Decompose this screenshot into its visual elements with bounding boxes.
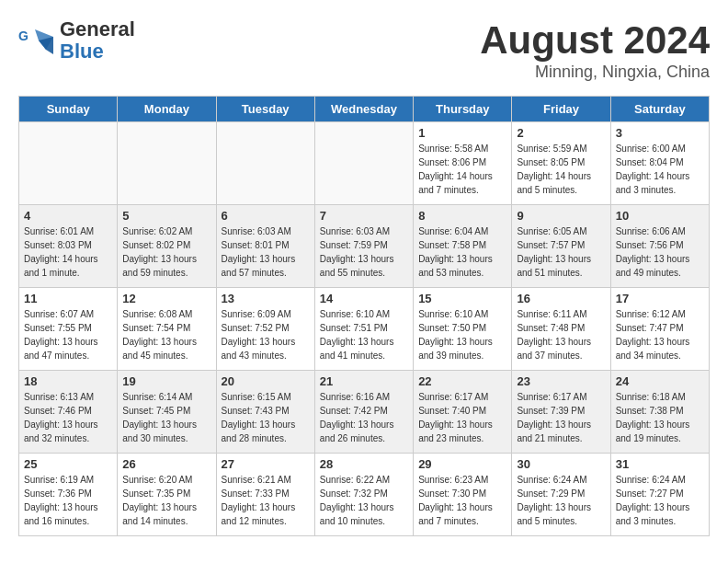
day-number: 17	[616, 292, 704, 305]
calendar-week-3: 11Sunrise: 6:07 AM Sunset: 7:55 PM Dayli…	[19, 288, 710, 371]
cell-info: Sunrise: 6:07 AM Sunset: 7:55 PM Dayligh…	[24, 307, 112, 362]
day-header-wednesday: Wednesday	[314, 97, 413, 122]
calendar-cell	[216, 122, 314, 205]
calendar-cell: 14Sunrise: 6:10 AM Sunset: 7:51 PM Dayli…	[314, 288, 413, 371]
cell-info: Sunrise: 6:12 AM Sunset: 7:47 PM Dayligh…	[616, 307, 704, 362]
calendar-cell: 6Sunrise: 6:03 AM Sunset: 8:01 PM Daylig…	[216, 205, 314, 288]
day-number: 19	[122, 374, 210, 388]
logo-text: General Blue	[60, 18, 135, 63]
cell-info: Sunrise: 6:09 AM Sunset: 7:52 PM Dayligh…	[222, 307, 310, 362]
calendar-cell: 1Sunrise: 5:58 AM Sunset: 8:06 PM Daylig…	[414, 122, 512, 205]
calendar: SundayMondayTuesdayWednesdayThursdayFrid…	[18, 96, 710, 536]
day-number: 27	[222, 457, 310, 471]
calendar-cell: 23Sunrise: 6:17 AM Sunset: 7:39 PM Dayli…	[512, 371, 610, 454]
day-number: 2	[517, 126, 605, 140]
day-number: 22	[418, 374, 506, 388]
main-title: August 2024	[480, 18, 710, 63]
cell-info: Sunrise: 6:10 AM Sunset: 7:51 PM Dayligh…	[320, 307, 408, 362]
calendar-cell: 21Sunrise: 6:16 AM Sunset: 7:42 PM Dayli…	[314, 371, 413, 454]
calendar-week-2: 4Sunrise: 6:01 AM Sunset: 8:03 PM Daylig…	[19, 205, 710, 288]
cell-info: Sunrise: 5:58 AM Sunset: 8:06 PM Dayligh…	[418, 142, 506, 197]
calendar-cell: 18Sunrise: 6:13 AM Sunset: 7:46 PM Dayli…	[19, 371, 118, 454]
cell-info: Sunrise: 6:21 AM Sunset: 7:33 PM Dayligh…	[222, 473, 310, 528]
day-header-tuesday: Tuesday	[216, 97, 314, 122]
day-header-saturday: Saturday	[610, 97, 709, 122]
day-number: 16	[517, 292, 605, 305]
day-header-monday: Monday	[118, 97, 216, 122]
calendar-cell: 7Sunrise: 6:03 AM Sunset: 7:59 PM Daylig…	[314, 205, 413, 288]
calendar-cell	[118, 122, 216, 205]
cell-info: Sunrise: 6:15 AM Sunset: 7:43 PM Dayligh…	[222, 390, 310, 445]
day-number: 20	[222, 374, 310, 388]
cell-info: Sunrise: 6:17 AM Sunset: 7:39 PM Dayligh…	[517, 390, 605, 445]
day-number: 6	[222, 209, 310, 223]
day-number: 5	[122, 209, 210, 223]
cell-info: Sunrise: 6:14 AM Sunset: 7:45 PM Dayligh…	[122, 390, 210, 445]
calendar-cell: 11Sunrise: 6:07 AM Sunset: 7:55 PM Dayli…	[19, 288, 118, 371]
calendar-cell: 8Sunrise: 6:04 AM Sunset: 7:58 PM Daylig…	[414, 205, 512, 288]
calendar-cell: 31Sunrise: 6:24 AM Sunset: 7:27 PM Dayli…	[610, 454, 709, 536]
cell-info: Sunrise: 6:08 AM Sunset: 7:54 PM Dayligh…	[122, 307, 210, 362]
calendar-week-5: 25Sunrise: 6:19 AM Sunset: 7:36 PM Dayli…	[19, 454, 710, 536]
day-number: 28	[320, 457, 408, 471]
page: G General Blue August 2024 Minning, Ning…	[0, 0, 728, 555]
day-number: 12	[122, 292, 210, 305]
day-number: 25	[24, 457, 112, 471]
cell-info: Sunrise: 6:01 AM Sunset: 8:03 PM Dayligh…	[24, 224, 112, 280]
day-number: 23	[517, 374, 605, 388]
day-number: 13	[222, 292, 310, 305]
title-area: August 2024 Minning, Ningxia, China	[480, 18, 710, 82]
day-number: 7	[320, 209, 408, 223]
cell-info: Sunrise: 6:02 AM Sunset: 8:02 PM Dayligh…	[122, 224, 210, 280]
day-number: 10	[616, 209, 704, 223]
cell-info: Sunrise: 6:03 AM Sunset: 7:59 PM Dayligh…	[320, 224, 408, 280]
calendar-cell: 27Sunrise: 6:21 AM Sunset: 7:33 PM Dayli…	[216, 454, 314, 536]
calendar-cell: 15Sunrise: 6:10 AM Sunset: 7:50 PM Dayli…	[414, 288, 512, 371]
day-header-friday: Friday	[512, 97, 610, 122]
calendar-cell: 30Sunrise: 6:24 AM Sunset: 7:29 PM Dayli…	[512, 454, 610, 536]
calendar-cell: 16Sunrise: 6:11 AM Sunset: 7:48 PM Dayli…	[512, 288, 610, 371]
calendar-header-row: SundayMondayTuesdayWednesdayThursdayFrid…	[19, 97, 710, 122]
day-number: 31	[616, 457, 704, 471]
subtitle: Minning, Ningxia, China	[480, 63, 710, 82]
cell-info: Sunrise: 6:00 AM Sunset: 8:04 PM Dayligh…	[616, 142, 704, 197]
calendar-cell: 4Sunrise: 6:01 AM Sunset: 8:03 PM Daylig…	[19, 205, 118, 288]
cell-info: Sunrise: 6:24 AM Sunset: 7:29 PM Dayligh…	[517, 473, 605, 528]
svg-text:G: G	[18, 29, 28, 43]
calendar-cell: 24Sunrise: 6:18 AM Sunset: 7:38 PM Dayli…	[610, 371, 709, 454]
cell-info: Sunrise: 6:23 AM Sunset: 7:30 PM Dayligh…	[418, 473, 506, 528]
cell-info: Sunrise: 5:59 AM Sunset: 8:05 PM Dayligh…	[517, 142, 605, 197]
cell-info: Sunrise: 6:04 AM Sunset: 7:58 PM Dayligh…	[418, 224, 506, 280]
day-number: 9	[517, 209, 605, 223]
calendar-cell: 22Sunrise: 6:17 AM Sunset: 7:40 PM Dayli…	[414, 371, 512, 454]
cell-info: Sunrise: 6:17 AM Sunset: 7:40 PM Dayligh…	[418, 390, 506, 445]
cell-info: Sunrise: 6:16 AM Sunset: 7:42 PM Dayligh…	[320, 390, 408, 445]
day-number: 29	[418, 457, 506, 471]
calendar-body: 1Sunrise: 5:58 AM Sunset: 8:06 PM Daylig…	[19, 122, 710, 536]
cell-info: Sunrise: 6:19 AM Sunset: 7:36 PM Dayligh…	[24, 473, 112, 528]
cell-info: Sunrise: 6:22 AM Sunset: 7:32 PM Dayligh…	[320, 473, 408, 528]
day-number: 1	[418, 126, 506, 140]
calendar-cell: 5Sunrise: 6:02 AM Sunset: 8:02 PM Daylig…	[118, 205, 216, 288]
header: G General Blue August 2024 Minning, Ning…	[18, 18, 710, 82]
cell-info: Sunrise: 6:11 AM Sunset: 7:48 PM Dayligh…	[517, 307, 605, 362]
cell-info: Sunrise: 6:20 AM Sunset: 7:35 PM Dayligh…	[122, 473, 210, 528]
day-number: 15	[418, 292, 506, 305]
day-header-thursday: Thursday	[414, 97, 512, 122]
day-number: 26	[122, 457, 210, 471]
cell-info: Sunrise: 6:10 AM Sunset: 7:50 PM Dayligh…	[418, 307, 506, 362]
day-number: 30	[517, 457, 605, 471]
calendar-cell	[19, 122, 118, 205]
calendar-cell	[314, 122, 413, 205]
cell-info: Sunrise: 6:05 AM Sunset: 7:57 PM Dayligh…	[517, 224, 605, 280]
cell-info: Sunrise: 6:24 AM Sunset: 7:27 PM Dayligh…	[616, 473, 704, 528]
calendar-cell: 19Sunrise: 6:14 AM Sunset: 7:45 PM Dayli…	[118, 371, 216, 454]
day-number: 24	[616, 374, 704, 388]
day-header-sunday: Sunday	[19, 97, 118, 122]
calendar-cell: 2Sunrise: 5:59 AM Sunset: 8:05 PM Daylig…	[512, 122, 610, 205]
cell-info: Sunrise: 6:06 AM Sunset: 7:56 PM Dayligh…	[616, 224, 704, 280]
logo-icon: G	[18, 22, 55, 59]
calendar-cell: 12Sunrise: 6:08 AM Sunset: 7:54 PM Dayli…	[118, 288, 216, 371]
calendar-week-1: 1Sunrise: 5:58 AM Sunset: 8:06 PM Daylig…	[19, 122, 710, 205]
day-number: 11	[24, 292, 112, 305]
